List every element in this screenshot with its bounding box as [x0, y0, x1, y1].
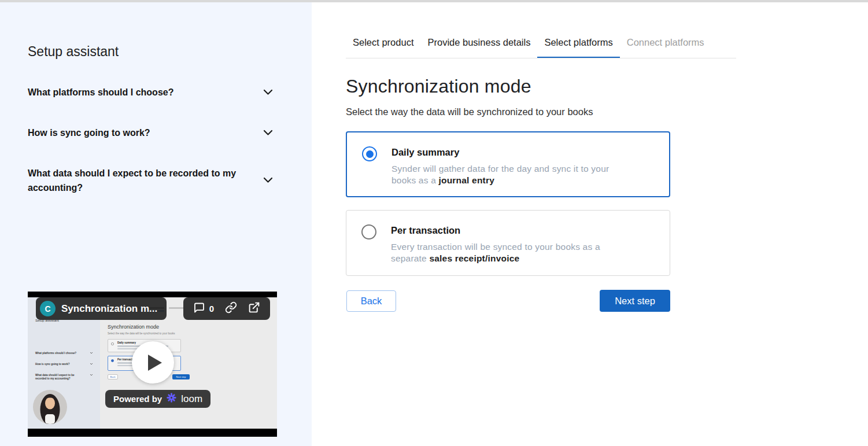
loom-wordmark: loom [181, 393, 202, 405]
radio-selected-icon[interactable] [362, 146, 377, 161]
video-controls: 0 [183, 297, 270, 320]
tab-select-product[interactable]: Select product [346, 34, 420, 58]
radio-unselected-icon[interactable] [361, 224, 376, 239]
back-button[interactable]: Back [346, 290, 396, 312]
setup-stepper: Select product Provide business details … [346, 34, 711, 58]
mini-faq-item: What data should I expect to be recorded… [35, 374, 93, 381]
faq-item-sync[interactable]: How is sync going to work? [28, 126, 273, 140]
mini-page-subtitle: Select the way the data will be synchron… [108, 332, 175, 335]
option-description: Synder will gather data for the day and … [391, 163, 630, 186]
option-title: Per transaction [391, 225, 629, 236]
mini-radio-icon [111, 359, 114, 362]
mini-radio-icon [111, 342, 114, 345]
tabs-divider [346, 58, 736, 58]
faq-question-label: What platforms should I choose? [28, 85, 173, 99]
option-title: Daily summary [391, 147, 630, 158]
chevron-down-icon [263, 128, 273, 138]
video-title: Synchronization m... [61, 303, 157, 315]
mini-faq-item: How is sync going to work? [35, 363, 93, 366]
tab-provide-business-details[interactable]: Provide business details [420, 34, 537, 58]
presenter-portrait [33, 390, 67, 424]
comment-count: 0 [209, 304, 214, 314]
faq-question-label: How is sync going to work? [28, 126, 150, 140]
option-daily-summary[interactable]: Daily summary Synder will gather data fo… [346, 131, 670, 197]
copy-link-button[interactable] [225, 301, 237, 316]
option-per-transaction[interactable]: Per transaction Every transaction will b… [346, 210, 670, 276]
play-icon [148, 355, 162, 371]
external-link-icon [248, 301, 260, 316]
tab-select-platforms[interactable]: Select platforms [537, 34, 619, 58]
mini-next-button: Next step [172, 374, 190, 379]
loom-video-player[interactable]: Setup assistant What platforms should I … [28, 292, 277, 437]
faq-question-label: What data should I expect to be recorded… [28, 166, 248, 195]
mini-back-button: Back [108, 374, 118, 379]
powered-by-loom-badge[interactable]: Powered by loom [105, 390, 210, 408]
presenter-webcam-bubble [33, 390, 67, 424]
page-subtitle: Select the way the data will be synchron… [346, 106, 593, 117]
play-button[interactable] [132, 341, 174, 384]
chevron-down-icon [263, 87, 273, 98]
setup-assistant-sidebar: Setup assistant What platforms should I … [0, 2, 312, 446]
comment-bubble-icon [193, 302, 205, 316]
open-externally-button[interactable] [248, 301, 260, 316]
mini-page-title: Synchronization mode [108, 324, 159, 330]
loom-logo-icon [167, 393, 176, 405]
faq-item-data-recorded[interactable]: What data should I expect to be recorded… [28, 166, 273, 195]
tab-connect-platforms: Connect platforms [620, 34, 711, 58]
sidebar-title: Setup assistant [28, 44, 119, 60]
comments-button[interactable]: 0 [193, 302, 214, 316]
mini-faq-item: What platforms should I choose? [35, 352, 93, 355]
video-title-bar: C Synchronization m... [36, 297, 167, 320]
powered-by-label: Powered by [113, 394, 162, 404]
link-icon [225, 301, 237, 316]
faq-item-platforms[interactable]: What platforms should I choose? [28, 85, 273, 99]
next-step-button[interactable]: Next step [600, 290, 670, 312]
video-owner-avatar: C [40, 301, 56, 316]
option-description: Every transaction will be synced to your… [391, 241, 629, 264]
chevron-down-icon [263, 175, 273, 186]
page-title: Synchronization mode [346, 76, 531, 97]
